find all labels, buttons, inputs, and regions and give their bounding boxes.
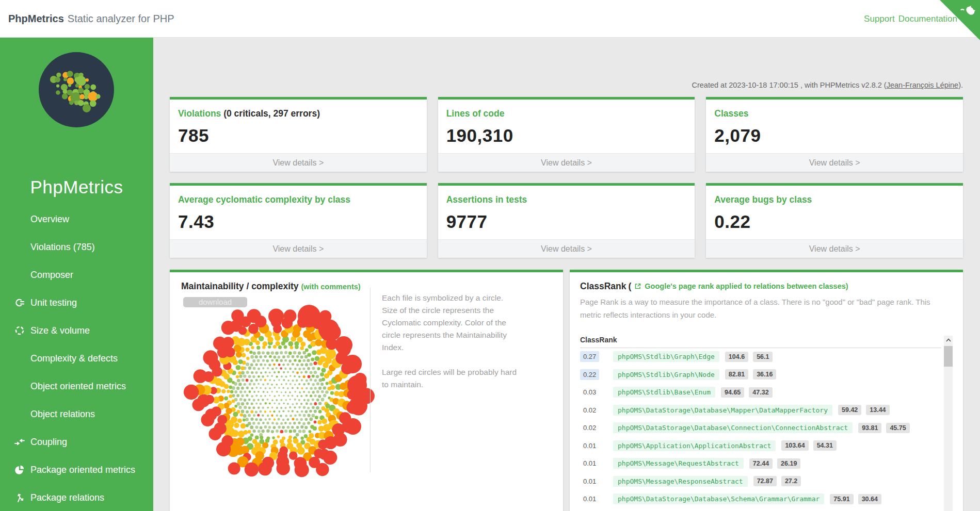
rank-value: 0.02 [580,424,604,432]
metric-badge: 72.44 [749,458,773,469]
sidebar-item-violations[interactable]: Violations (785) [0,233,153,261]
sidebar-item-object-relations[interactable]: Object relations [0,400,153,428]
classrank-table-header: ClassRank [580,336,941,348]
metric-badge: 75.91 [830,494,853,504]
card-title-suffix: (0 criticals, 297 errors) [223,108,320,119]
view-details-link[interactable]: View details > [438,153,695,172]
sidebar-item-label: Object oriented metrics [30,381,126,392]
brand-name: PhpMetrics [8,13,64,25]
sidebar-title: PhpMetrics [0,177,153,197]
metric-badge: 36.16 [753,369,776,380]
stat-value: 7.43 [178,211,419,232]
phpmetrics-logo [38,51,115,128]
card-title: Average bugs by class [714,194,812,205]
class-link[interactable]: phpOMS\Stdlib\Base\Enum [613,387,715,398]
sidebar-item-package-relations[interactable]: Package relations [0,484,153,511]
sidebar-nav: Overview Violations (785) Composer Unit … [0,205,153,511]
sidebar-item-label: Package oriented metrics [30,465,135,475]
classrank-row: 0.01 phpOMS\Message\RequestAbstract 72.4… [580,455,953,473]
classrank-table: ClassRank 0.27 phpOMS\Stdlib\Graph\Edge … [580,336,953,511]
rank-value: 0.27 [580,353,604,360]
class-link[interactable]: phpOMS\Message\ResponseAbstract [613,476,748,487]
maintainability-bubble-chart[interactable] [174,287,396,503]
class-link[interactable]: phpOMS\Message\RequestAbstract [613,458,744,469]
classrank-description: Page Rank is a way to measure the import… [580,296,941,322]
class-link[interactable]: phpOMS\Stdlib\Graph\Edge [613,351,719,362]
card-body: Average bugs by class 0.22 [706,186,963,232]
description-paragraph: Each file is symbolized by a circle. Siz… [382,292,518,354]
rank-value: 0.01 [580,495,604,503]
external-link-icon [634,283,641,290]
bottom-cards-row: Maintainability / complexity (with comme… [170,270,963,511]
stat-card-avg-bugs-by-class: Average bugs by class 0.22 View details … [706,183,963,258]
sidebar-item-size-volume[interactable]: Size & volume [0,317,153,344]
classrank-scrollbar[interactable] [944,336,953,511]
stat-value: 0.22 [714,211,955,232]
sidebar-item-composer[interactable]: Composer [0,261,153,289]
card-title: Assertions in tests [446,194,527,205]
scroll-up-arrow-icon[interactable] [944,336,953,344]
sidebar-item-package-oriented-metrics[interactable]: Package oriented metrics [0,456,153,484]
classrank-row: 0.02 phpOMS\DataStorage\Database\Mapper\… [580,401,953,419]
class-link[interactable]: phpOMS\DataStorage\Database\Schema\Gramm… [613,493,824,504]
stat-card-avg-cyclomatic-complexity: Average cyclomatic complexity by class 7… [170,183,427,258]
metric-badge: 47.32 [749,387,772,398]
sidebar-item-label: Object relations [30,409,95,420]
pie-chart-icon [14,464,25,475]
class-link[interactable]: phpOMS\Application\ApplicationAbstract [613,440,776,451]
metric-badge: 13.44 [866,405,889,415]
github-corner-ribbon[interactable] [939,0,980,41]
sidebar-item-label: Composer [30,270,73,281]
sidebar-item-label: Coupling [30,437,67,448]
spacer [14,213,25,225]
class-link[interactable]: phpOMS\Stdlib\Graph\Node [613,369,719,380]
test-list-icon [14,297,25,308]
segmented-circle-icon [14,325,25,336]
view-details-link[interactable]: View details > [706,239,963,258]
classrank-row: 0.01 phpOMS\Application\ApplicationAbstr… [580,437,953,455]
classrank-row: 0.27 phpOMS\Stdlib\Graph\Edge 104.6 56.1 [580,348,953,366]
sidebar-item-unit-testing[interactable]: Unit testing [0,289,153,317]
spacer [14,241,25,253]
metric-badge: 59.42 [838,405,861,415]
class-link[interactable]: phpOMS\DataStorage\Database\Connection\C… [613,422,853,433]
view-details-link[interactable]: View details > [706,153,963,172]
sidebar-item-complexity-defects[interactable]: Complexity & defects [0,344,153,372]
card-body: Lines of code 190,310 [438,100,695,146]
card-title: Lines of code [446,108,505,119]
metric-badge: 104.6 [725,352,748,362]
view-details-link[interactable]: View details > [170,239,427,258]
metric-badge: 94.65 [721,387,744,398]
sidebar-item-object-oriented-metrics[interactable]: Object oriented metrics [0,372,153,400]
stat-card-classes: Classes 2,079 View details > [706,97,963,172]
support-link[interactable]: Support [864,14,895,24]
scrollbar-thumb[interactable] [944,346,953,367]
paren: ( [629,281,632,292]
spacer [14,269,25,281]
rank-value: 0.01 [580,477,604,485]
stat-card-assertions-in-tests: Assertions in tests 9777 View details > [438,183,695,258]
view-details-link[interactable]: View details > [170,153,427,172]
classrank-row: 0.01 phpOMS\Message\ResponseAbstract 72.… [580,472,953,490]
main-content: Created at 2023-10-18 17:00:15 , with PH… [153,38,980,511]
author-link[interactable]: Jean-François Lépine [887,81,958,89]
spacer [14,353,25,364]
rank-value: 0.02 [580,406,604,414]
sidebar-item-label: Violations (785) [30,242,95,253]
rank-value: 0.22 [580,371,604,378]
card-body: Classes 2,079 [706,100,963,146]
stat-value: 785 [178,125,419,146]
view-details-link[interactable]: View details > [438,239,695,258]
metric-badge: 103.64 [781,440,808,451]
stat-cards-row-1: Violations (0 criticals, 297 errors) 785… [170,97,963,172]
sidebar-item-label: Unit testing [30,298,77,308]
spacer [14,381,25,392]
brand: PhpMetrics Static analyzer for PHP [8,0,174,38]
brand-tagline: Static analyzer for PHP [68,13,174,25]
stat-value: 9777 [446,211,687,232]
classrank-subtitle[interactable]: Google's page rank applied to relations … [645,281,848,292]
metric-badge: 82.81 [725,369,748,380]
sidebar-item-overview[interactable]: Overview [0,205,153,233]
sidebar-item-coupling[interactable]: Coupling [0,428,153,456]
class-link[interactable]: phpOMS\DataStorage\Database\Mapper\DataM… [613,405,832,416]
